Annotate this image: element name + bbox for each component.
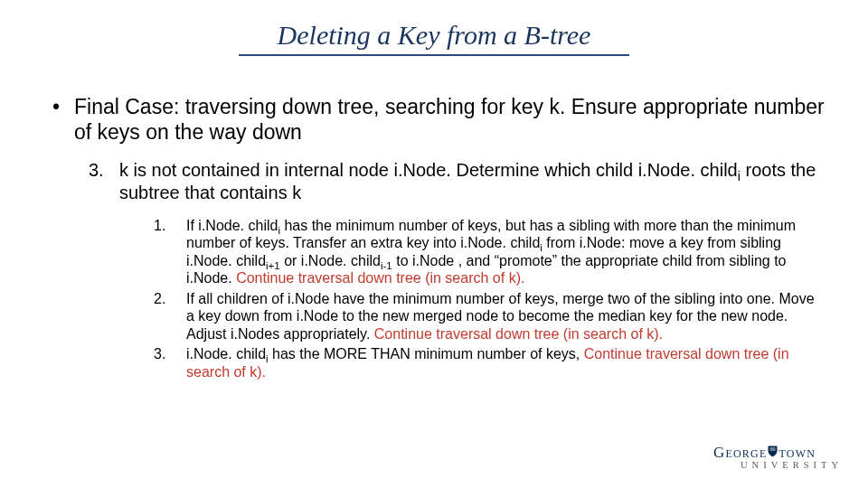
step-text: k is not contained in internal node i.No…: [119, 159, 832, 204]
substep-number: 1.: [154, 217, 186, 287]
substep-1: 1. If i.Node. childi has the minimum num…: [154, 217, 832, 287]
logo-line1: Georgetown: [713, 445, 843, 460]
logo-line2: UNIVERSITY: [741, 461, 843, 471]
red-text: Continue traversal down tree (in search …: [374, 326, 663, 342]
logo-text: George: [713, 444, 767, 461]
text-fragment: k is not contained in internal node i.No…: [119, 160, 738, 180]
substep-number: 2.: [154, 290, 186, 343]
red-text: Continue traversal down tree (in search …: [236, 270, 524, 286]
bullet-marker: •: [52, 94, 74, 145]
text-fragment: has the MORE THAN minimum number of keys…: [269, 346, 584, 361]
bullet-level1: • Final Case: traversing down tree, sear…: [52, 94, 832, 145]
logo-text: town: [778, 444, 816, 461]
text-fragment: i.Node. child: [186, 346, 266, 361]
title-underline: [239, 54, 629, 56]
text-fragment: or i.Node. child: [280, 253, 381, 268]
content-area: • Final Case: traversing down tree, sear…: [0, 94, 868, 380]
substep-text: If i.Node. childi has the minimum number…: [186, 217, 823, 287]
slide-title: Deleting a Key from a B-tree: [0, 0, 868, 54]
georgetown-logo: Georgetown UNIVERSITY: [713, 445, 843, 471]
substep-3: 3. i.Node. childi has the MORE THAN mini…: [154, 345, 832, 380]
step-number: 3.: [89, 159, 119, 204]
shield-icon: [768, 445, 778, 460]
slide: Deleting a Key from a B-tree • Final Cas…: [0, 0, 868, 488]
substep-text: If all children of i.Node have the minim…: [186, 290, 823, 343]
bullet-text: Final Case: traversing down tree, search…: [74, 94, 832, 145]
step-3: 3. k is not contained in internal node i…: [89, 159, 832, 204]
text-fragment: If i.Node. child: [186, 218, 278, 233]
substep-2: 2. If all children of i.Node have the mi…: [154, 290, 832, 343]
substep-number: 3.: [154, 345, 186, 380]
substep-text: i.Node. childi has the MORE THAN minimum…: [186, 345, 823, 380]
